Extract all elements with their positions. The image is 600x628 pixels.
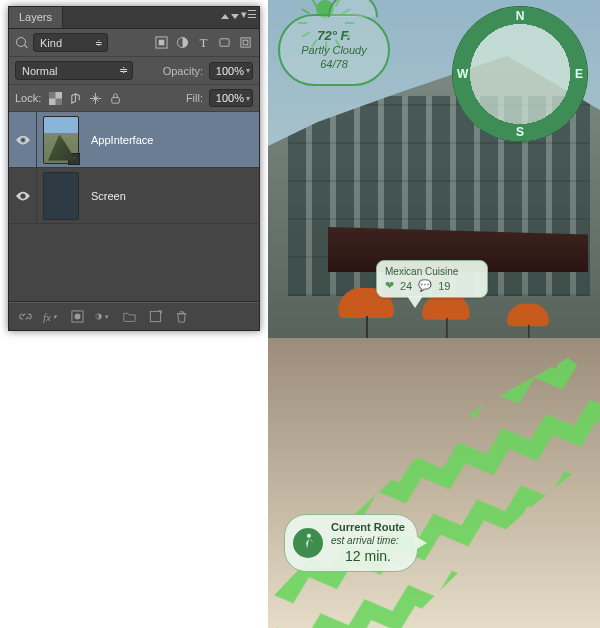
filter-shape-icon[interactable]	[217, 35, 232, 50]
svg-rect-4	[241, 38, 250, 47]
weather-temp: 72° F.	[317, 28, 350, 44]
route-eta-value: 12 min.	[331, 548, 405, 566]
svg-rect-9	[112, 97, 119, 103]
opacity-value: 100%	[216, 65, 244, 77]
fill-value: 100%	[216, 92, 244, 104]
opacity-input[interactable]: 100% ▾	[209, 62, 253, 80]
svg-point-16	[307, 534, 311, 538]
cloud-icon: 72° F. Partly Cloudy 64/78	[278, 14, 390, 86]
layers-panel: Layers ▾☰ Kind ≑ T Normal ≑ Opacity: 100…	[8, 6, 260, 331]
opacity-label: Opacity:	[163, 65, 203, 77]
filter-kind-label: Kind	[40, 37, 62, 49]
lock-position-icon[interactable]	[87, 90, 103, 106]
poi-comments: 19	[438, 280, 450, 292]
filter-smartobject-icon[interactable]	[238, 35, 253, 50]
chevron-down-icon: ≑	[95, 38, 103, 48]
svg-point-10	[21, 138, 24, 141]
app-mockup: 72° F. Partly Cloudy 64/78 N E S W Mexic…	[268, 0, 600, 628]
svg-rect-8	[55, 98, 62, 105]
lock-row: Lock: Fill: 100% ▾	[9, 85, 259, 112]
compass-s: S	[516, 125, 524, 139]
panel-expand-icon[interactable]	[231, 12, 237, 18]
layer-name[interactable]: AppInterface	[91, 134, 153, 146]
weather-desc: Partly Cloudy	[301, 44, 366, 58]
lock-all-icon[interactable]	[107, 90, 123, 106]
compass-widget[interactable]: N E S W	[452, 6, 588, 142]
filter-pixel-icon[interactable]	[154, 35, 169, 50]
delete-layer-icon[interactable]	[173, 309, 189, 325]
layer-row[interactable]: Screen	[9, 168, 259, 224]
weather-widget[interactable]: 72° F. Partly Cloudy 64/78	[278, 14, 388, 86]
route-path-overlay	[268, 338, 600, 628]
svg-point-11	[21, 194, 24, 197]
heart-icon: ❤	[385, 279, 394, 292]
compass-ring-icon	[452, 6, 588, 142]
background-umbrella	[422, 294, 470, 320]
lock-image-icon[interactable]	[67, 90, 83, 106]
route-callout[interactable]: Current Route est arrival time: 12 min.	[284, 514, 418, 572]
link-layers-icon[interactable]	[17, 309, 33, 325]
svg-rect-15	[150, 311, 160, 321]
svg-rect-7	[49, 92, 56, 99]
visibility-toggle[interactable]	[9, 168, 37, 223]
route-title: Current Route	[331, 521, 405, 535]
blend-row: Normal ≑ Opacity: 100% ▾	[9, 57, 259, 85]
chevron-down-icon: ▾	[246, 66, 250, 75]
fill-input[interactable]: 100% ▾	[209, 89, 253, 107]
new-group-icon[interactable]	[121, 309, 137, 325]
panel-tabbar: Layers ▾☰	[9, 7, 259, 29]
visibility-toggle[interactable]	[9, 112, 37, 167]
pedestrian-icon	[293, 528, 323, 558]
layer-mask-icon[interactable]	[69, 309, 85, 325]
lock-label: Lock:	[15, 92, 41, 104]
layer-filter-row: Kind ≑ T	[9, 29, 259, 57]
panel-collapse-icon[interactable]	[221, 12, 227, 18]
panel-footer: fx▾ ▾	[9, 302, 259, 330]
route-eta-label: est arrival time:	[331, 535, 405, 548]
lock-transparency-icon[interactable]	[47, 90, 63, 106]
panel-menu-icon[interactable]: ▾☰	[241, 8, 257, 21]
smartobject-badge-icon: ▫	[68, 153, 80, 165]
weather-range: 64/78	[320, 58, 348, 72]
poi-title: Mexican Cuisine	[385, 266, 479, 277]
svg-rect-1	[159, 40, 165, 46]
layer-row[interactable]: ▫ AppInterface	[9, 112, 259, 168]
filter-adjustment-icon[interactable]	[175, 35, 190, 50]
comment-icon: 💬	[418, 279, 432, 292]
poi-callout[interactable]: Mexican Cuisine ❤ 24 💬 19	[376, 260, 488, 298]
search-icon	[15, 36, 29, 50]
filter-kind-select[interactable]: Kind ≑	[33, 33, 108, 52]
poi-likes: 24	[400, 280, 412, 292]
svg-rect-5	[243, 40, 248, 45]
layer-fx-icon[interactable]: fx▾	[43, 309, 59, 325]
layer-thumbnail[interactable]: ▫	[43, 116, 79, 164]
compass-e: E	[575, 67, 583, 81]
filter-type-icon[interactable]: T	[196, 35, 211, 50]
layers-tab[interactable]: Layers	[9, 7, 63, 28]
chevron-down-icon: ▾	[246, 94, 250, 103]
layer-list: ▫ AppInterface Screen	[9, 112, 259, 302]
blend-mode-select[interactable]: Normal ≑	[15, 61, 133, 80]
svg-rect-3	[220, 39, 229, 46]
layer-thumbnail[interactable]	[43, 172, 79, 220]
background-umbrella	[507, 304, 549, 327]
new-layer-icon[interactable]	[147, 309, 163, 325]
poi-stats: ❤ 24 💬 19	[385, 279, 479, 292]
chevron-down-icon: ≑	[119, 64, 128, 77]
compass-n: N	[516, 9, 525, 23]
compass-w: W	[457, 67, 468, 81]
adjustment-layer-icon[interactable]: ▾	[95, 309, 111, 325]
layer-name[interactable]: Screen	[91, 190, 126, 202]
svg-point-13	[74, 314, 80, 320]
blend-mode-value: Normal	[22, 65, 57, 77]
fill-label: Fill:	[186, 92, 203, 104]
